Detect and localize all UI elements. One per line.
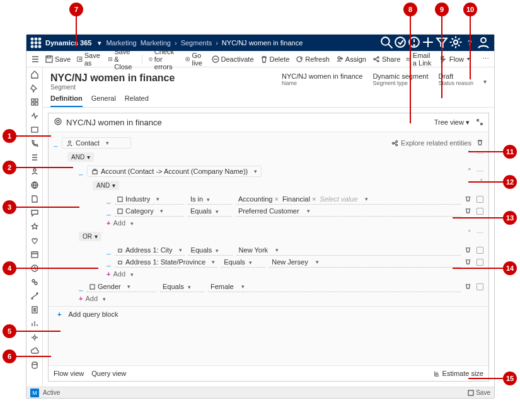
estimate-size-button[interactable]: Estimate size — [433, 370, 483, 377]
breadcrumb-1[interactable]: Segments — [179, 39, 214, 47]
tab-related[interactable]: Related — [125, 94, 149, 107]
and-operator[interactable]: AND ▾ — [67, 152, 94, 162]
breadcrumb-0[interactable]: Marketing — [139, 39, 173, 47]
or-operator[interactable]: OR ▾ — [79, 232, 101, 241]
list-icon[interactable] — [30, 153, 39, 162]
fullscreen-icon[interactable] — [476, 118, 483, 127]
field-category[interactable]: Category — [115, 206, 184, 217]
select-checkbox[interactable] — [477, 208, 483, 215]
search-icon[interactable] — [379, 35, 393, 50]
svg-rect-54 — [118, 261, 122, 264]
hdr-name-val: NYC/NJ women in finance — [282, 72, 362, 80]
add-clause[interactable]: Add — [107, 270, 483, 278]
dashboard-icon[interactable] — [30, 98, 39, 106]
treeview-toggle[interactable]: Tree view ▾ — [434, 118, 470, 127]
val-gender[interactable]: Female — [208, 281, 461, 292]
hamburger-icon[interactable] — [32, 55, 39, 63]
op-equals[interactable]: Equals — [160, 281, 204, 292]
op-isin[interactable]: Is in — [188, 194, 232, 205]
journey-icon[interactable] — [30, 292, 39, 300]
flowview-button[interactable]: Flow view — [54, 370, 84, 377]
add-clause[interactable]: Add — [107, 219, 483, 227]
field-city[interactable]: Address 1: City — [115, 245, 185, 256]
person-icon[interactable] — [30, 167, 39, 176]
select-checkbox[interactable] — [477, 247, 483, 254]
svg-point-3 — [32, 42, 33, 44]
val-city[interactable]: New York — [236, 245, 461, 256]
refresh-button[interactable]: Refresh — [296, 55, 330, 63]
share-button[interactable]: Share — [373, 55, 400, 63]
val-industry[interactable]: Accounting× Financial× Select value — [236, 194, 461, 205]
phone-icon[interactable] — [30, 139, 39, 148]
calendar-icon[interactable] — [30, 250, 39, 259]
card-icon[interactable] — [30, 125, 39, 134]
area-label[interactable]: Marketing — [104, 39, 138, 47]
save-label: Save — [55, 55, 71, 63]
field-state[interactable]: Address 1: State/Province — [115, 257, 217, 268]
and-operator-2[interactable]: AND ▾ — [93, 181, 119, 190]
chart-icon[interactable] — [30, 319, 39, 328]
overflow-icon[interactable]: ⋯ — [482, 55, 489, 63]
explore-related-button[interactable]: Explore related entities — [391, 139, 471, 147]
delete-icon[interactable] — [465, 283, 471, 291]
op-equals[interactable]: Equals — [188, 245, 233, 256]
add-icon[interactable] — [421, 35, 435, 50]
activity-icon[interactable] — [30, 111, 39, 120]
heart-icon[interactable] — [30, 236, 39, 245]
chevron-down-icon[interactable]: ▾ — [483, 78, 487, 85]
cloud-icon[interactable] — [30, 347, 39, 356]
globe-icon[interactable] — [30, 181, 39, 190]
select-checkbox[interactable] — [477, 283, 483, 290]
queryview-button[interactable]: Query view — [91, 370, 126, 377]
delete-icon[interactable] — [465, 207, 471, 215]
save-button[interactable]: Save — [45, 55, 71, 63]
segment-icon[interactable] — [30, 278, 39, 287]
select-checkbox[interactable] — [477, 259, 483, 266]
field-industry[interactable]: Industry — [115, 194, 184, 205]
more-icon[interactable]: ⋯ — [477, 167, 483, 176]
delete-icon[interactable] — [465, 246, 471, 254]
collapse-icon[interactable]: ˄ — [468, 167, 471, 176]
tab-general[interactable]: General — [91, 94, 116, 107]
more-icon[interactable]: ⋯ — [477, 229, 483, 237]
chat-icon[interactable] — [30, 208, 39, 217]
app-chip[interactable]: M — [30, 389, 39, 397]
collapse-icon[interactable]: ˄ — [468, 229, 471, 237]
pin-icon[interactable] — [30, 84, 39, 93]
saveas-button[interactable]: Save as — [77, 52, 102, 67]
app-launcher-icon[interactable] — [30, 37, 42, 48]
delete-icon[interactable] — [477, 139, 483, 147]
home-icon[interactable] — [30, 70, 39, 79]
chevron-down-icon[interactable]: ▾ — [95, 39, 104, 47]
flow-button[interactable]: Flow▾ — [440, 55, 470, 63]
status-save[interactable]: Save — [468, 389, 490, 396]
op-equals[interactable]: Equals — [221, 257, 265, 268]
golive-button[interactable]: Go live — [185, 52, 205, 67]
delete-icon[interactable] — [465, 195, 471, 203]
val-state[interactable]: New Jersey — [269, 257, 461, 268]
field-gender[interactable]: Gender — [87, 281, 156, 292]
root-entity-selector[interactable]: Contact — [62, 137, 131, 149]
settings-icon[interactable] — [30, 333, 39, 342]
delete-button[interactable]: Delete — [260, 55, 290, 63]
designer-footer: Flow view Query view Estimate size — [49, 365, 488, 381]
tab-definition[interactable]: Definition — [50, 94, 83, 107]
assign-button[interactable]: Assign — [336, 55, 366, 63]
svg-point-24 — [374, 58, 375, 59]
select-checkbox[interactable] — [477, 196, 483, 203]
golive-label: Go live — [192, 52, 205, 67]
form-icon[interactable] — [30, 305, 39, 314]
doc-icon[interactable] — [30, 195, 39, 203]
op-equals[interactable]: Equals — [188, 206, 232, 217]
add-clause-root[interactable]: Add — [79, 295, 483, 302]
user-icon[interactable] — [477, 35, 490, 50]
gear-icon[interactable] — [449, 35, 463, 50]
star-icon[interactable] — [30, 222, 39, 231]
deactivate-button[interactable]: Deactivate — [212, 55, 254, 63]
add-query-block[interactable]: + Add query block — [57, 310, 483, 318]
sub-entity-selector[interactable]: Account (Contact -> Account (Company Nam… — [87, 166, 262, 177]
task-icon[interactable] — [393, 35, 407, 50]
db-icon[interactable] — [30, 361, 39, 370]
delete-icon[interactable] — [465, 258, 471, 266]
val-category[interactable]: Preferred Customer — [236, 206, 461, 217]
